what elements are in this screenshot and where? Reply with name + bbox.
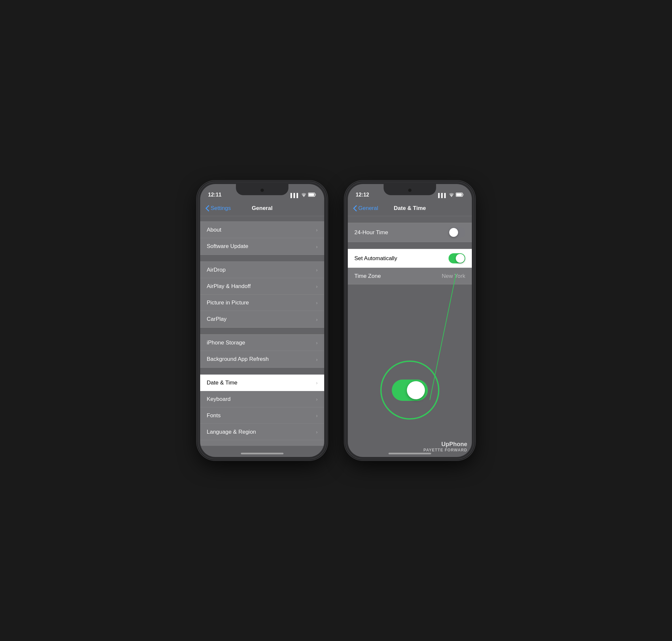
- toggle-knob-set-automatically: [456, 254, 465, 263]
- notch-dot: [260, 189, 264, 192]
- list-item-about[interactable]: About ›: [200, 222, 324, 238]
- settings-group-3: iPhone Storage › Background App Refresh …: [200, 334, 324, 368]
- home-indicator-left: [241, 453, 283, 454]
- zoom-toggle: [392, 380, 428, 401]
- notch-left: [236, 184, 288, 195]
- chevron-icon: ›: [316, 380, 318, 385]
- list-item-date-time[interactable]: Date & Time ›: [200, 374, 324, 391]
- dt-item-24-hour[interactable]: 24-Hour Time: [348, 223, 472, 242]
- list-item-airplay-handoff[interactable]: AirPlay & Handoff ›: [200, 278, 324, 295]
- notch-dot-right: [408, 189, 412, 192]
- svg-point-0: [304, 196, 305, 197]
- nav-back-label-right: General: [358, 205, 378, 212]
- list-item-background-app-refresh[interactable]: Background App Refresh ›: [200, 351, 324, 367]
- svg-point-4: [451, 196, 452, 197]
- battery-icon: [308, 193, 316, 198]
- battery-icon-right: [456, 193, 464, 198]
- signal-icon: ▌▌▌: [291, 193, 299, 198]
- dt-value-time-zone: New York: [442, 273, 465, 279]
- status-icons-left: ▌▌▌: [291, 193, 316, 198]
- list-item-software-update[interactable]: Software Update ›: [200, 238, 324, 255]
- chevron-icon: ›: [316, 396, 318, 402]
- dt-group-1: 24-Hour Time: [348, 223, 472, 242]
- status-time-left: 12:11: [208, 192, 221, 198]
- signal-icon-right: ▌▌▌: [438, 193, 447, 198]
- notch-right: [384, 184, 436, 195]
- settings-list: About › Software Update › AirDrop: [200, 221, 324, 446]
- chevron-icon: ›: [316, 429, 318, 435]
- chevron-icon: ›: [316, 267, 318, 273]
- list-item-keyboard[interactable]: Keyboard ›: [200, 391, 324, 407]
- list-item-picture-in-picture[interactable]: Picture in Picture ›: [200, 295, 324, 311]
- phone-left-screen: 12:11 ▌▌▌: [200, 184, 324, 457]
- nav-back-label-left: Settings: [211, 205, 231, 212]
- chevron-icon: ›: [316, 284, 318, 289]
- zoom-knob: [407, 381, 425, 399]
- nav-bar-left: Settings General: [200, 201, 324, 216]
- phone-right-screen: 12:12 ▌▌▌: [348, 184, 472, 457]
- svg-rect-6: [463, 194, 464, 195]
- settings-group-4: Date & Time › Keyboard › Fonts ›: [200, 374, 324, 446]
- wifi-icon: [301, 193, 307, 198]
- list-item-iphone-storage[interactable]: iPhone Storage ›: [200, 335, 324, 351]
- wifi-icon-right: [449, 193, 454, 198]
- svg-rect-7: [456, 193, 462, 196]
- nav-back-right[interactable]: General: [353, 205, 378, 212]
- svg-rect-3: [309, 193, 314, 196]
- list-item-dictionary[interactable]: Dictionary ›: [200, 440, 324, 446]
- watermark-line1: UpPhone: [424, 441, 467, 448]
- chevron-icon: ›: [316, 227, 318, 233]
- chevron-icon: ›: [316, 244, 318, 249]
- dt-item-time-zone[interactable]: Time Zone New York: [348, 268, 472, 284]
- dt-group-2: Set Automatically Time Zone New York: [348, 249, 472, 284]
- chevron-icon: ›: [316, 300, 318, 305]
- list-item-carplay[interactable]: CarPlay ›: [200, 311, 324, 327]
- toggle-set-automatically[interactable]: [448, 253, 465, 263]
- status-time-right: 12:12: [356, 192, 369, 198]
- chevron-icon: ›: [316, 357, 318, 362]
- content-left: About › Software Update › AirDrop: [200, 216, 324, 446]
- chevron-icon: ›: [316, 340, 318, 345]
- home-indicator-right: [389, 453, 431, 454]
- chevron-icon: ›: [316, 413, 318, 418]
- zoom-toggle-area: [380, 360, 439, 420]
- nav-title-right: Date & Time: [394, 205, 426, 212]
- phone-right: 12:12 ▌▌▌: [346, 182, 474, 459]
- nav-back-left[interactable]: Settings: [205, 205, 231, 212]
- chevron-icon: ›: [316, 316, 318, 322]
- nav-bar-right: General Date & Time: [348, 201, 472, 216]
- watermark: UpPhone PAYETTE FORWARD: [424, 441, 467, 452]
- watermark-line2: PAYETTE FORWARD: [424, 448, 467, 452]
- list-item-language-region[interactable]: Language & Region ›: [200, 424, 324, 440]
- nav-title-left: General: [252, 205, 272, 212]
- settings-group-2: AirDrop › AirPlay & Handoff › Picture in…: [200, 261, 324, 328]
- toggle-knob-24-hour: [449, 228, 458, 237]
- list-item-airdrop[interactable]: AirDrop ›: [200, 262, 324, 278]
- svg-rect-2: [315, 194, 316, 195]
- dt-item-set-automatically[interactable]: Set Automatically: [348, 249, 472, 268]
- phone-left: 12:11 ▌▌▌: [198, 182, 326, 459]
- date-time-content: 24-Hour Time Set Automatically: [348, 216, 472, 446]
- settings-group-1: About › Software Update ›: [200, 221, 324, 255]
- chevron-icon: ›: [316, 446, 318, 446]
- list-item-fonts[interactable]: Fonts ›: [200, 407, 324, 424]
- toggle-24-hour[interactable]: [448, 227, 465, 237]
- status-icons-right: ▌▌▌: [438, 193, 464, 198]
